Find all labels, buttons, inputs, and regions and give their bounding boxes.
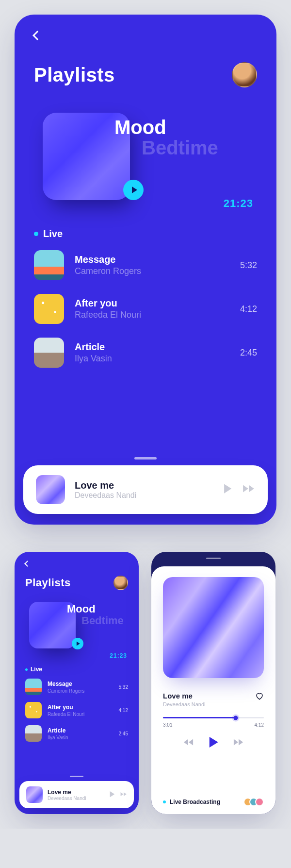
track-artist: Cameron Rogers [75,266,229,276]
now-playing-thumbnail [36,475,65,504]
section-label-text: Live [31,666,42,673]
featured-playlist[interactable]: Mood Bedtime 21:23 [25,601,128,659]
page-title: Playlists [25,577,71,589]
progress-knob[interactable] [233,715,238,720]
track-row[interactable]: Message Cameron Rogers 5:32 [34,250,257,280]
track-text: After you Rafeeda El Nouri [75,298,229,320]
track-row[interactable]: ArticleIlya Vasin 2:45 [25,725,128,742]
section-live: Live [34,228,257,239]
play-icon [76,641,81,646]
player-controls [163,736,264,750]
track-duration: 4:12 [240,304,257,314]
sheet-handle[interactable] [206,558,221,559]
track-thumbnail [34,338,64,368]
now-playing-artist: Deveedaas Nandi [75,491,212,500]
track-list: MessageCameron Rogers 5:32 After youRafe… [25,679,128,742]
track-row[interactable]: After youRafeeda El Nouri 4:12 [25,702,128,718]
album-cover [163,577,264,678]
featured-duration: 21:23 [110,652,127,659]
progress: 3:01 4:12 [163,717,264,728]
avatar[interactable] [113,576,128,590]
now-playing-artist: Deveedaas Nandi [48,796,104,801]
song-artist: Deveedaas Nandi [163,701,205,707]
forward-icon [233,738,244,746]
track-thumbnail [25,702,42,718]
live-dot-icon [163,800,166,803]
play-icon [208,736,219,748]
track-title: After you [75,298,229,309]
player-screen: Love me Deveedaas Nandi 3:01 4:12 [151,552,275,814]
live-dot-icon [34,232,38,236]
header: Playlists [25,576,128,590]
track-row[interactable]: After you Rafeeda El Nouri 4:12 [34,294,257,324]
track-artist: Ilya Vasin [48,735,113,740]
track-thumbnail [34,294,64,324]
track-title: After you [48,704,113,711]
now-play-button[interactable] [109,791,115,799]
featured-subtitle: Bedtime [81,614,124,627]
rewind-button[interactable] [183,738,194,748]
track-duration: 2:45 [240,348,257,358]
now-next-button[interactable] [242,483,255,496]
heart-icon [255,692,264,700]
play-icon [222,483,233,494]
avatar[interactable] [232,62,257,87]
broadcast-label: Live Broadcasting [170,799,220,805]
track-duration: 5:32 [240,260,257,271]
section-label-text: Live [43,228,63,239]
play-button[interactable] [208,736,219,750]
elapsed-time: 3:01 [163,722,172,728]
broadcast-row[interactable]: Live Broadcasting [163,798,264,806]
featured-play-button[interactable] [123,180,144,200]
now-playing-bar[interactable]: Love me Deveedaas Nandi [23,465,268,514]
track-title: Message [75,254,229,265]
track-text: Article Ilya Vasin [75,341,229,364]
track-artist: Cameron Rogers [48,688,113,694]
page-title: Playlists [34,64,115,86]
track-title: Article [75,341,229,353]
featured-subtitle: Bedtime [142,137,218,159]
back-icon[interactable] [24,561,31,567]
track-list: Message Cameron Rogers 5:32 After you Ra… [34,250,257,368]
track-artist: Rafeeda El Nouri [75,310,229,320]
featured-play-button[interactable] [72,638,83,649]
now-play-button[interactable] [222,483,233,496]
section-live: Live [25,666,128,673]
track-thumbnail [34,250,64,280]
rewind-icon [183,738,194,746]
forward-icon [242,483,255,494]
now-playing-thumbnail [26,786,43,803]
song-title: Love me [163,692,205,700]
playlists-screen-small: Playlists Mood Bedtime 21:23 Live Messag… [15,552,139,814]
track-duration: 4:12 [119,708,128,713]
track-thumbnail [25,725,42,742]
track-artist: Ilya Vasin [75,354,229,364]
featured-playlist[interactable]: Mood Bedtime 21:23 [34,110,257,212]
play-icon [130,186,138,194]
now-playing-bar[interactable]: Love meDeveedaas Nandi [19,781,134,808]
song-header: Love me Deveedaas Nandi [163,692,264,707]
featured-title: Mood [114,117,166,138]
header: Playlists [34,62,257,87]
listener-avatar [255,798,264,806]
featured-title: Mood [67,603,96,615]
track-thumbnail [25,679,42,695]
forward-icon [120,791,127,798]
track-row[interactable]: MessageCameron Rogers 5:32 [25,679,128,695]
track-row[interactable]: Article Ilya Vasin 2:45 [34,338,257,368]
favorite-button[interactable] [255,692,264,702]
track-duration: 5:32 [119,684,128,690]
progress-fill [163,717,236,718]
track-title: Article [48,727,113,734]
forward-button[interactable] [233,738,244,748]
progress-track[interactable] [163,717,264,718]
track-duration: 2:45 [119,731,128,736]
drawer-handle[interactable] [70,776,83,777]
now-playing-title: Love me [75,480,212,491]
back-icon[interactable] [32,31,42,40]
drawer-handle[interactable] [134,457,157,460]
playlists-screen-large: Playlists Mood Bedtime 21:23 Live Messag… [15,15,276,525]
now-next-button[interactable] [120,791,127,799]
total-time: 4:12 [255,722,264,728]
listener-avatars [246,798,264,806]
